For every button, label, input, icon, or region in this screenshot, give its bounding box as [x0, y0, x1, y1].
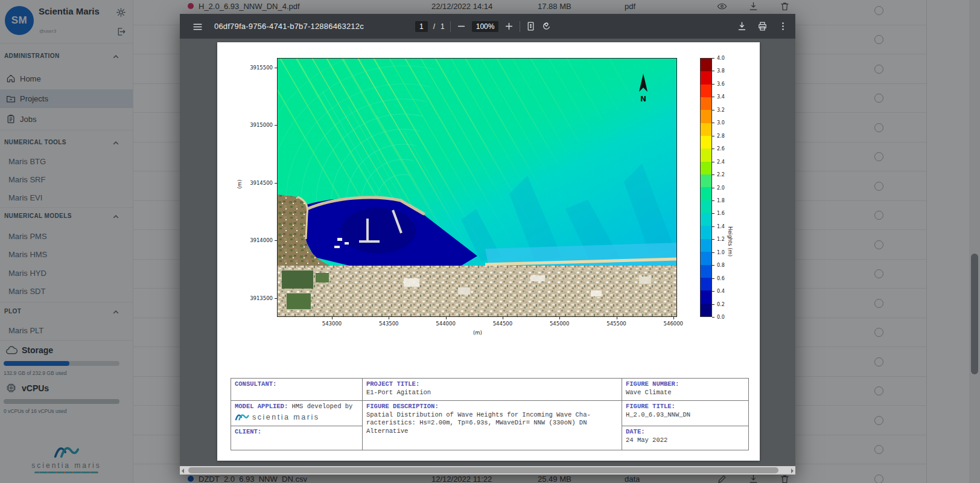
- colorbar-segment: [701, 265, 711, 278]
- zoom-out-icon[interactable]: [456, 21, 466, 31]
- y-tick-label: 3914500: [228, 180, 273, 186]
- colorbar-tick-label: 3.6: [717, 81, 725, 86]
- colorbar-segment: [701, 290, 711, 303]
- figure-title-cell: FIGURE TITLE: H_2.0_6.93_NNW_DN: [622, 401, 749, 426]
- colorbar-tick-mark: [712, 123, 714, 123]
- x-tick-mark: [446, 317, 447, 319]
- colorbar-tick-mark: [712, 213, 714, 214]
- colorbar-tick-mark: [712, 226, 714, 227]
- colorbar-tick-mark: [712, 304, 714, 305]
- colorbar-segment: [701, 123, 711, 136]
- project-title-cell: PROJECT TITLE: E1-Port Agitation: [363, 379, 622, 401]
- figure-title-value: H_2.0_6.93_NNW_DN: [626, 411, 690, 418]
- scroll-left-arrow-icon[interactable]: [182, 469, 184, 473]
- colorbar-tick-label: 3.8: [717, 68, 725, 74]
- zoom-in-icon[interactable]: [504, 21, 514, 31]
- colorbar-segment: [701, 71, 711, 84]
- colorbar-segment: [701, 110, 711, 123]
- zoom-level[interactable]: 100%: [472, 21, 499, 32]
- colorbar-tick-label: 1.0: [717, 249, 725, 255]
- x-tick-mark: [673, 317, 674, 319]
- colorbar-segment: [701, 304, 711, 316]
- colorbar-segment: [701, 187, 711, 200]
- kebab-menu-icon[interactable]: [778, 21, 788, 31]
- colorbar-tick-mark: [712, 252, 714, 253]
- north-label: N: [640, 95, 646, 103]
- x-tick-label: 544500: [493, 321, 512, 327]
- colorbar-tick-mark: [712, 188, 714, 188]
- figure-number-value: Wave Climate: [626, 389, 672, 396]
- menu-hamburger-icon[interactable]: [192, 22, 203, 32]
- pdf-horizontal-scrollbar[interactable]: [180, 466, 795, 475]
- colorbar-tick-label: 0.8: [717, 263, 725, 268]
- project-title-label: PROJECT TITLE:: [366, 380, 419, 388]
- scientia-maris-logo-icon: [235, 413, 249, 421]
- city-land: [277, 266, 677, 317]
- x-tick-mark: [332, 317, 332, 319]
- consultant-cell: CONSULTANT:: [231, 379, 363, 401]
- colorbar-tick-label: 1.4: [717, 223, 725, 229]
- colorbar: [700, 58, 712, 317]
- colorbar-tick-mark: [712, 239, 714, 240]
- client-label: CLIENT:: [235, 428, 261, 435]
- page-total: 1: [441, 22, 445, 31]
- toolbar-divider: [450, 21, 451, 32]
- colorbar-tick-mark: [712, 278, 714, 279]
- model-logo-text: scientia maris: [252, 412, 319, 422]
- model-applied-cell: MODEL APPLIED: HMS developed by scientia…: [231, 401, 363, 426]
- pdf-toolbar: 06df79fa-9756-4741-b7b7-12886463212c 1 /…: [180, 14, 795, 39]
- pdf-page: N 54300054350054400054450054500054550054…: [217, 42, 760, 461]
- model-logo-line: scientia maris: [235, 412, 358, 422]
- colorbar-tick-label: 0.6: [717, 275, 725, 281]
- colorbar-tick-mark: [712, 84, 714, 85]
- colorbar-tick-label: 2.6: [717, 146, 725, 152]
- download-icon[interactable]: [737, 21, 747, 31]
- colorbar-tick-label: 3.4: [717, 94, 725, 100]
- harbor-deep-water: [341, 208, 416, 254]
- pdf-horizontal-scrollbar-thumb[interactable]: [188, 467, 778, 473]
- colorbar-tick-mark: [712, 317, 714, 318]
- colorbar-segment: [701, 59, 711, 71]
- colorbar-tick-mark: [712, 58, 714, 59]
- colorbar-tick-label: 2.8: [717, 133, 725, 138]
- app-root: SM Scientia Maris @user3 ADMINISTRATION …: [0, 0, 980, 483]
- rotate-icon[interactable]: [541, 21, 552, 31]
- colorbar-segment: [701, 213, 711, 226]
- figure-info-table: CONSULTANT: PROJECT TITLE: E1-Port Agita…: [231, 378, 749, 450]
- pdf-viewer-canvas[interactable]: N 54300054350054400054450054500054550054…: [180, 39, 795, 466]
- colorbar-tick-label: 0.4: [717, 289, 725, 294]
- page-number-input[interactable]: 1: [415, 21, 428, 32]
- figure-description-value: Spatial Distribution of Wave Heights for…: [366, 411, 618, 436]
- model-applied-label: MODEL APPLIED:: [235, 403, 288, 410]
- date-cell: DATE: 24 May 2022: [622, 426, 749, 450]
- colorbar-tick-mark: [712, 110, 714, 110]
- toolbar-divider: [520, 21, 520, 32]
- colorbar-tick-label: 0.0: [717, 315, 725, 320]
- y-axis-unit: (m): [237, 180, 243, 189]
- x-axis-unit: (m): [473, 330, 482, 336]
- y-tick-label: 3915500: [228, 65, 273, 71]
- colorbar-tick-label: 1.8: [717, 197, 725, 203]
- x-tick-label: 545000: [550, 321, 569, 327]
- colorbar-tick-label: 2.0: [717, 185, 725, 190]
- x-tick-mark: [559, 317, 560, 319]
- date-value: 24 May 2022: [626, 437, 667, 444]
- print-icon[interactable]: [757, 21, 768, 31]
- document-title: 06df79fa-9756-4741-b7b7-12886463212c: [214, 22, 364, 31]
- page-zoom-controls: 1 / 1 100%: [415, 14, 552, 39]
- y-tick-mark: [275, 125, 277, 126]
- colorbar-tick-mark: [712, 149, 714, 149]
- colorbar-tick-mark: [712, 97, 714, 97]
- figure-title-label: FIGURE TITLE:: [626, 403, 675, 410]
- figure-number-label: FIGURE NUMBER:: [626, 380, 679, 388]
- page-separator: /: [433, 22, 435, 31]
- project-title-value: E1-Port Agitation: [366, 389, 431, 396]
- x-tick-label: 544000: [436, 321, 455, 327]
- colorbar-segment: [701, 226, 711, 238]
- scroll-right-arrow-icon[interactable]: [791, 469, 794, 473]
- colorbar-segment: [701, 252, 711, 264]
- colorbar-tick-label: 1.2: [717, 237, 725, 242]
- colorbar-tick-mark: [712, 71, 714, 71]
- colorbar-tick-mark: [712, 174, 714, 175]
- fit-page-icon[interactable]: [526, 21, 536, 31]
